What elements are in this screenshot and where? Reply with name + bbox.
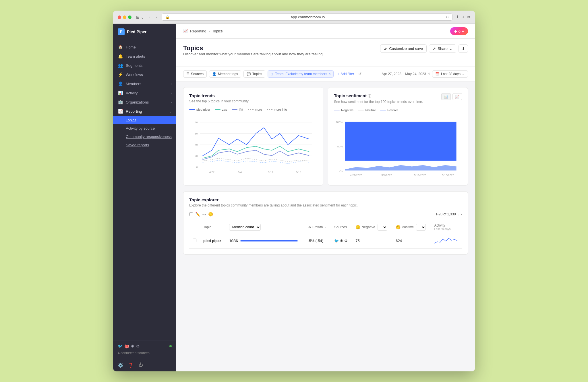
svg-text:50%: 50% [337,145,343,148]
next-page-button[interactable]: › [461,212,462,217]
th-mention-count: Mention count [226,221,304,233]
legend-ifttt: ifttt [232,108,243,111]
filter-member-icon: 👤 [212,72,216,76]
sidebar-item-members[interactable]: 👤 Members › [113,79,176,88]
mention-count-select[interactable]: Mention count [229,224,261,231]
th-positive: 😊 Positive [392,221,431,233]
prev-page-button[interactable]: ‹ [458,212,459,217]
row-checkbox-cell [189,233,200,249]
sidebar-item-home[interactable]: 🏠 Home [113,42,176,52]
svg-text:5/4/2023: 5/4/2023 [381,174,392,177]
legend-neutral: Neutral [358,108,375,112]
help-icon[interactable]: ❓ [128,362,134,368]
company-name: Pied Piper [127,30,146,34]
filter-close-icon[interactable]: × [328,72,330,76]
forward-tool-icon[interactable]: ↝ [202,212,206,217]
sidebar-toggle-button[interactable]: ⊞ ⌄ [136,15,144,20]
members-icon: 👤 [118,81,123,86]
select-all-checkbox[interactable] [189,213,193,216]
row-checkbox[interactable] [193,239,196,242]
team-filter-icon: ⊞ [271,72,274,76]
sentiment-chart-type-1[interactable]: 📊 [441,93,451,100]
reload-button[interactable]: ↻ [446,15,449,19]
emoji-tool-icon[interactable]: 😊 [208,212,213,217]
breadcrumb-parent[interactable]: Reporting [190,29,206,33]
members-expand-icon: › [171,82,172,85]
close-button[interactable] [118,15,121,19]
svg-text:5/18/2023: 5/18/2023 [442,174,454,177]
segments-icon: 👥 [118,63,123,68]
th-growth[interactable]: % Growth ⌄ [304,221,331,233]
date-picker-button[interactable]: 📅 Last 28 days ⌄ [432,70,468,78]
sidebar-item-activity[interactable]: 📊 Activity › [113,88,176,98]
date-range: Apr 27, 2023 – May 24, 2023 ℹ 📅 Last 28 … [382,70,468,78]
sidebar-subitem-community-responsiveness[interactable]: Community responsiveness [113,132,176,141]
breadcrumb: 📈 Reporting › Topics [183,29,223,33]
sidebar-item-workflows[interactable]: ⚡ Workflows [113,70,176,79]
workflows-icon: ⚡ [118,72,123,77]
legend-negative: Negative [334,108,353,112]
sidebar-subitem-topics[interactable]: Topics [113,116,176,124]
maximize-button[interactable] [128,15,131,19]
main-content: 📈 Reporting › Topics ◆ ◇ ♦ Topics Discov… [176,24,475,371]
back-button[interactable]: ‹ [148,14,151,20]
positive-select[interactable] [416,224,426,231]
sentiment-chart-type-2[interactable]: 📈 [452,93,462,100]
upgrade-button[interactable]: ◆ ◇ ♦ [450,27,468,35]
reporting-icon: 📈 [118,109,123,114]
legend-positive: Positive [380,108,399,112]
breadcrumb-separator: › [208,29,210,33]
tabs-icon[interactable]: ⧉ [467,15,470,20]
share-icon[interactable]: ⬆ [456,15,459,20]
customize-save-button[interactable]: 🖊 Customize and save [380,44,427,53]
sidebar-label-home: Home [126,45,136,49]
negative-select[interactable] [378,224,387,231]
growth-sort-icon: ⌄ [324,225,326,229]
sidebar-item-team-alerts[interactable]: 🔔 Team alerts [113,52,176,61]
svg-text:0: 0 [196,166,198,169]
download-button[interactable]: ⬇ [459,44,468,53]
sources-filter-button[interactable]: ☰ Sources [183,70,207,78]
legend-line-negative [334,110,340,110]
power-icon[interactable]: ⏻ [138,362,143,368]
th-topic: Topic [200,221,226,233]
share-dropdown-icon: ⌄ [449,46,452,51]
explorer-title: Topic explorer [189,197,462,202]
lock-icon: 🔒 [165,15,170,19]
topic-trends-card: Topic trends See the top 5 topics in you… [183,87,323,186]
active-filter-tag[interactable]: ⊞ Team: Exclude my team members × [268,70,334,78]
settings-icon[interactable]: ⚙️ [118,362,123,368]
connected-indicator [169,345,172,347]
legend-line-positive [380,110,386,110]
sidebar-subitem-saved-reports[interactable]: Saved reports [113,141,176,149]
member-tags-filter-button[interactable]: 👤 Member tags [209,70,241,78]
edit-tool-icon[interactable]: ✏️ [195,212,200,217]
forward-button[interactable]: › [155,14,158,20]
github-icon: 🐙 [124,344,129,348]
charts-section: Topic trends See the top 5 topics in you… [176,81,475,191]
sidebar-footer: ⚙️ ❓ ⏻ [113,359,176,371]
breadcrumb-reporting-icon: 📈 [183,29,188,33]
sidebar-item-reporting[interactable]: 📈 Reporting ⌄ [113,107,176,116]
add-filter-button[interactable]: + Add filter [336,71,356,77]
date-range-text: Apr 27, 2023 – May 24, 2023 [382,72,426,76]
table-row: pied piper 1036 -5% (-54) [189,233,462,249]
topics-filter-button[interactable]: 💬 Topics [243,70,265,78]
sidebar-subitem-activity-by-source[interactable]: Activity by source [113,124,176,132]
svg-text:4/27/2023: 4/27/2023 [350,174,362,177]
new-tab-icon[interactable]: + [462,15,465,20]
sidebar-label-organizations: Organizations [126,100,149,104]
team-alerts-icon: 🔔 [118,54,123,59]
page-subtitle: Discover and monitor what your members a… [183,52,324,56]
address-bar[interactable]: 🔒 app.commonroom.io ↻ [162,13,452,21]
share-button[interactable]: ↗ Share ⌄ [429,44,456,53]
connected-sources-label: 4 connected sources [118,351,150,355]
legend-more: more [248,108,262,111]
sidebar-item-segments[interactable]: 👥 Segments [113,61,176,70]
topic-trends-title: Topic trends [189,93,317,98]
sidebar-label-members: Members [126,82,141,86]
reset-filter-button[interactable]: ↺ [358,72,362,76]
sidebar-item-organizations[interactable]: 🏢 Organizations › [113,98,176,107]
minimize-button[interactable] [123,15,126,19]
calendar-icon: 📅 [435,72,440,76]
